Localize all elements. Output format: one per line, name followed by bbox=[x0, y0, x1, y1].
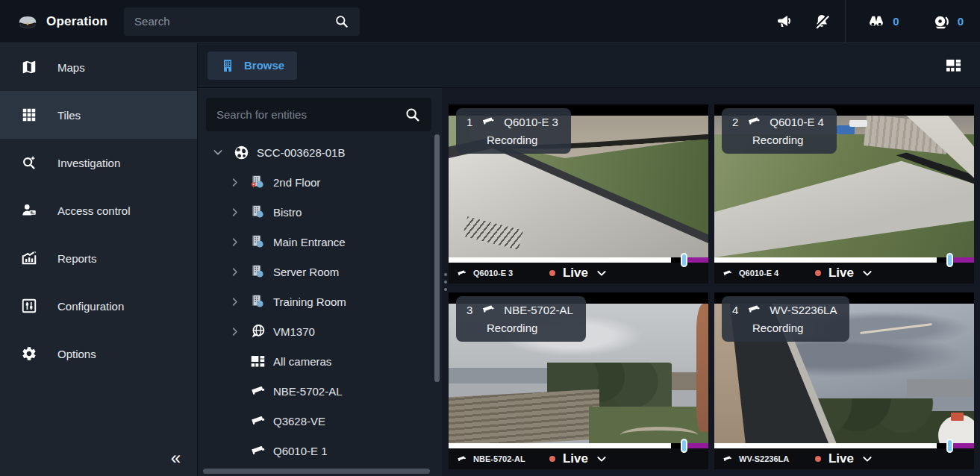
sidebar-item-label: Maps bbox=[57, 61, 85, 74]
scene-layer bbox=[696, 304, 708, 432]
stream-mode-label: Live bbox=[563, 266, 588, 281]
tile-pattern-icon bbox=[945, 58, 962, 73]
area-icon bbox=[249, 263, 266, 280]
monitoring-counter[interactable]: 0 bbox=[850, 0, 915, 43]
timeline[interactable] bbox=[714, 443, 974, 448]
tree-item-camera[interactable]: Q6010-E 1 bbox=[206, 436, 431, 466]
tree-item-area[interactable]: Bistro bbox=[206, 197, 431, 227]
header-actions: 0 0 bbox=[766, 0, 980, 43]
page-title: Operation bbox=[46, 14, 107, 29]
chevron-right-icon[interactable] bbox=[227, 237, 242, 248]
sidebar-item-reports[interactable]: Reports bbox=[0, 234, 197, 282]
tree-vertical-scrollbar[interactable] bbox=[434, 134, 440, 382]
scene-layer bbox=[449, 389, 599, 443]
tile-control-bar: NBE-5702-AL Live bbox=[449, 448, 708, 469]
tile-control-bar: Q6010-E 4 Live bbox=[714, 263, 974, 284]
camera-video-1[interactable]: 1 Q6010-E 3 Recording bbox=[449, 104, 708, 257]
main-area: Maps Tiles Investigation bbox=[0, 43, 980, 476]
tree-item-label: Main Entrance bbox=[273, 236, 346, 248]
sidebar-item-options[interactable]: Options bbox=[0, 330, 197, 378]
camera-tile-4[interactable]: 4 WV-S2236LA Recording bbox=[714, 292, 974, 469]
chevron-right-icon[interactable] bbox=[227, 177, 242, 188]
camera-video-3[interactable]: 3 NBE-5702-AL Recording bbox=[449, 292, 708, 443]
camera-name: WV-S2236LA bbox=[770, 304, 837, 316]
playhead[interactable] bbox=[681, 253, 687, 267]
search-icon[interactable] bbox=[405, 107, 421, 123]
tree-item-area[interactable]: Main Entrance bbox=[206, 227, 431, 257]
sidebar-item-label: Reports bbox=[57, 252, 97, 265]
area-icon bbox=[249, 204, 266, 220]
tree-item-system[interactable]: SCC-003628-01B bbox=[206, 137, 431, 167]
broadcast-button[interactable] bbox=[766, 0, 803, 43]
camera-tile-2[interactable]: 2 Q6010-E 4 Recording bbox=[714, 104, 974, 284]
global-search[interactable] bbox=[124, 7, 360, 36]
sidebar-item-maps[interactable]: Maps bbox=[0, 43, 197, 91]
change-tile-pattern-button[interactable] bbox=[945, 58, 962, 73]
task-toolbar: Browse bbox=[198, 43, 980, 88]
sidebar-item-label: Configuration bbox=[57, 300, 124, 313]
camera-icon bbox=[746, 115, 761, 128]
camera-icon bbox=[249, 413, 266, 429]
sidebar-item-access-control[interactable]: Access control bbox=[0, 187, 197, 234]
alarms-counter[interactable]: 0 bbox=[916, 0, 980, 43]
camera-label: Q6010-E 3 bbox=[449, 269, 513, 278]
camera-tile-1[interactable]: 1 Q6010-E 3 Recording bbox=[449, 104, 708, 284]
tree-item-camera[interactable]: NBE-5702-AL bbox=[206, 376, 431, 406]
stream-mode-dropdown[interactable]: Live bbox=[549, 266, 608, 281]
splitter-grip-dot bbox=[444, 288, 447, 291]
camera-video-2[interactable]: 2 Q6010-E 4 Recording bbox=[714, 104, 974, 257]
tree-item-label: Training Room bbox=[273, 295, 346, 308]
search-icon[interactable] bbox=[334, 14, 349, 29]
stream-mode-dropdown[interactable]: Live bbox=[815, 266, 873, 281]
entity-search-input[interactable] bbox=[216, 108, 405, 121]
chevron-right-icon[interactable] bbox=[227, 266, 242, 278]
sidebar-item-label: Access control bbox=[57, 204, 131, 217]
monitoring-count: 0 bbox=[893, 15, 899, 28]
tree-item-label: Server Room bbox=[273, 266, 339, 278]
stream-mode-dropdown[interactable]: Live bbox=[549, 451, 608, 466]
stream-mode-dropdown[interactable]: Live bbox=[815, 451, 873, 466]
tree-item-area[interactable]: 2nd Floor bbox=[206, 167, 431, 197]
scene-layer bbox=[849, 120, 867, 128]
sidebar: Maps Tiles Investigation bbox=[0, 43, 198, 476]
camera-video-4[interactable]: 4 WV-S2236LA Recording bbox=[714, 292, 974, 443]
sidebar-item-configuration[interactable]: Configuration bbox=[0, 282, 197, 330]
tree-item-area[interactable]: Training Room bbox=[206, 286, 431, 316]
sidebar-item-investigation[interactable]: Investigation bbox=[0, 139, 197, 187]
playhead[interactable] bbox=[681, 439, 687, 453]
global-search-input[interactable] bbox=[134, 15, 334, 28]
camera-tile-3[interactable]: 3 NBE-5702-AL Recording bbox=[449, 292, 708, 469]
sidebar-collapse-button[interactable]: « bbox=[171, 449, 181, 467]
camera-label: WV-S2236LA bbox=[714, 454, 789, 464]
timeline[interactable] bbox=[449, 257, 708, 263]
megaphone-icon bbox=[775, 13, 793, 31]
tree-horizontal-scrollbar[interactable] bbox=[203, 469, 430, 474]
playhead[interactable] bbox=[946, 439, 953, 453]
panel-splitter[interactable] bbox=[442, 88, 449, 476]
captain-hat-logo-icon bbox=[16, 13, 39, 29]
chevron-right-icon[interactable] bbox=[227, 296, 242, 307]
tree-item-camera[interactable]: Q3628-VE bbox=[206, 406, 431, 436]
splitter-grip-dot bbox=[444, 281, 447, 284]
browse-tab[interactable]: Browse bbox=[207, 51, 297, 80]
timeline[interactable] bbox=[714, 257, 974, 263]
timeline[interactable] bbox=[449, 443, 708, 448]
camera-info-overlay: 1 Q6010-E 3 Recording bbox=[456, 108, 571, 154]
tree-item-label: Q6010-E 1 bbox=[273, 445, 328, 457]
tile-grid: 1 Q6010-E 3 Recording bbox=[449, 88, 980, 476]
playhead[interactable] bbox=[946, 253, 953, 267]
chevron-right-icon[interactable] bbox=[227, 326, 242, 337]
bell-muted-icon bbox=[813, 13, 831, 31]
tree-item-federation[interactable]: VM1370 bbox=[206, 316, 431, 346]
tree-item-area[interactable]: Server Room bbox=[206, 257, 431, 286]
timeline-future-segment bbox=[949, 257, 974, 263]
tree-item-all-cameras[interactable]: All cameras bbox=[206, 346, 431, 376]
mute-notifications-button[interactable] bbox=[803, 0, 840, 43]
chevron-right-icon[interactable] bbox=[227, 207, 242, 218]
camera-icon bbox=[456, 454, 467, 464]
top-bar: Operation bbox=[0, 0, 980, 43]
timeline-recorded-segment bbox=[714, 257, 937, 263]
sidebar-item-tiles[interactable]: Tiles bbox=[0, 91, 197, 139]
chevron-down-icon[interactable] bbox=[210, 146, 225, 158]
entity-search[interactable] bbox=[206, 98, 431, 131]
